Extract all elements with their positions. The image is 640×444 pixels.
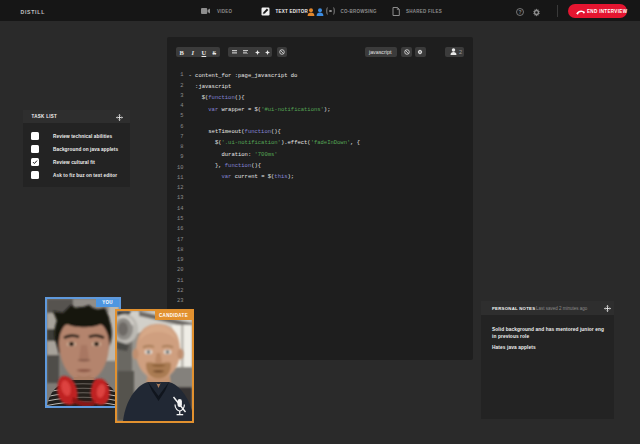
svg-text:?: ? <box>518 9 521 15</box>
